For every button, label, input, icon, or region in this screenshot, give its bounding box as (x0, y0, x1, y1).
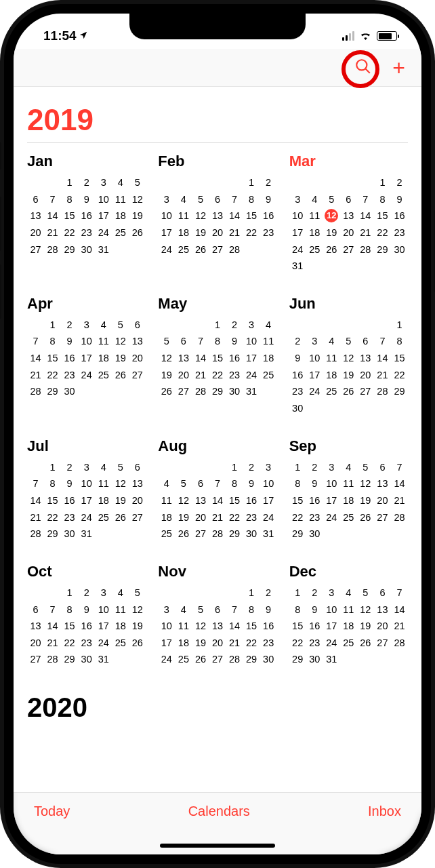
day-cell: 22 (391, 367, 408, 384)
month-may[interactable]: May 123456789101112131415161718192021222… (158, 295, 276, 417)
day-cell: 6 (27, 601, 44, 618)
month-feb[interactable]: Feb 123456789101112131415161718192021222… (158, 153, 276, 275)
month-mar[interactable]: Mar 123456789101112131415161718192021222… (289, 153, 408, 275)
day-cell: 20 (209, 224, 226, 241)
day-cell: 28 (226, 651, 243, 668)
day-cell: 17 (260, 492, 277, 509)
day-cell: 3 (95, 174, 112, 191)
month-name: Jan (27, 153, 146, 170)
day-cell: 10 (78, 333, 95, 350)
add-event-button[interactable]: + (392, 57, 405, 79)
month-apr[interactable]: Apr 123456789101112131415161718192021222… (27, 295, 146, 417)
day-cell: 27 (209, 241, 226, 258)
day-cell: 28 (44, 651, 61, 668)
day-cell: 5 (175, 475, 192, 492)
day-cell: 27 (129, 509, 146, 526)
day-cell: 31 (323, 651, 340, 668)
day-cell: 8 (61, 601, 78, 618)
month-name: Dec (289, 563, 408, 580)
day-cell: 14 (27, 492, 44, 509)
year-view-content[interactable]: 2019 Jan 1234567891011121314151617181920… (14, 87, 421, 807)
day-cell: 5 (129, 585, 146, 601)
day-cell: 1 (243, 585, 260, 601)
day-cell: 7 (374, 333, 391, 350)
day-cell: 20 (374, 492, 391, 509)
day-cell: 15 (226, 492, 243, 509)
day-cell: 11 (95, 475, 112, 492)
day-cell: 16 (78, 208, 95, 224)
search-button[interactable] (354, 58, 372, 78)
home-indicator[interactable] (160, 844, 275, 848)
day-cell: 8 (289, 475, 306, 492)
day-cell: 11 (323, 350, 340, 367)
today-button[interactable]: Today (34, 804, 70, 819)
day-cell: 19 (192, 635, 209, 652)
day-cell: 27 (340, 241, 357, 258)
day-cell: 28 (27, 526, 44, 542)
day-cell: 5 (357, 459, 374, 476)
day-cell: 21 (391, 492, 408, 509)
day-cell: 26 (129, 224, 146, 241)
day-cell: 13 (192, 492, 209, 509)
day-cell: 9 (78, 191, 95, 208)
day-cell: 2 (243, 459, 260, 476)
day-cell: 26 (129, 635, 146, 652)
day-cell: 17 (95, 618, 112, 635)
day-cell: 9 (391, 191, 408, 208)
day-cell: 7 (209, 475, 226, 492)
day-cell: 18 (175, 224, 192, 241)
month-sep[interactable]: Sep1234567891011121314151617181920212223… (289, 437, 408, 542)
day-cell: 19 (340, 367, 357, 384)
day-cell: 24 (243, 367, 260, 384)
day-grid: 1234567891011121314151617181920212223242… (158, 459, 276, 542)
calendars-button[interactable]: Calendars (188, 804, 250, 819)
month-jul[interactable]: Jul 123456789101112131415161718192021222… (27, 437, 146, 542)
day-cell: 14 (209, 492, 226, 509)
day-cell: 15 (209, 350, 226, 367)
day-cell: 19 (112, 350, 129, 367)
day-cell: 9 (260, 191, 277, 208)
day-cell: 9 (306, 475, 323, 492)
day-cell: 28 (391, 509, 408, 526)
month-dec[interactable]: Dec1234567891011121314151617181920212223… (289, 563, 408, 668)
inbox-button[interactable]: Inbox (368, 804, 401, 819)
day-cell: 13 (374, 601, 391, 618)
day-cell: 5 (340, 333, 357, 350)
day-cell: 26 (340, 383, 357, 400)
day-cell: 4 (112, 174, 129, 191)
day-cell: 13 (209, 618, 226, 635)
day-cell: 18 (158, 509, 175, 526)
day-cell: 8 (44, 475, 61, 492)
day-cell: 1 (44, 459, 61, 476)
day-cell: 17 (158, 635, 175, 652)
day-cell: 21 (226, 635, 243, 652)
day-cell: 7 (391, 585, 408, 601)
month-aug[interactable]: Aug 123456789101112131415161718192021222… (158, 437, 276, 542)
day-cell: 25 (158, 526, 175, 542)
day-cell: 10 (158, 208, 175, 224)
day-cell: 14 (192, 350, 209, 367)
day-cell: 16 (306, 618, 323, 635)
day-cell: 18 (340, 618, 357, 635)
day-cell: 28 (357, 241, 374, 258)
day-cell: 6 (129, 459, 146, 476)
day-cell: 10 (243, 333, 260, 350)
day-cell: 23 (78, 224, 95, 241)
day-cell: 16 (243, 492, 260, 509)
day-cell: 25 (340, 635, 357, 652)
day-cell: 8 (226, 475, 243, 492)
month-oct[interactable]: Oct 123456789101112131415161718192021222… (27, 563, 146, 668)
day-cell: 27 (374, 635, 391, 652)
day-cell: 20 (374, 618, 391, 635)
month-nov[interactable]: Nov 123456789101112131415161718192021222… (158, 563, 276, 668)
day-cell: 27 (209, 651, 226, 668)
month-jun[interactable]: Jun 123456789101112131415161718192021222… (289, 295, 408, 417)
day-cell: 14 (27, 350, 44, 367)
day-cell: 10 (323, 475, 340, 492)
day-cell: 4 (158, 475, 175, 492)
day-cell: 2 (78, 174, 95, 191)
month-jan[interactable]: Jan 123456789101112131415161718192021222… (27, 153, 146, 275)
day-cell: 22 (61, 224, 78, 241)
day-cell: 11 (158, 492, 175, 509)
day-cell: 8 (391, 333, 408, 350)
